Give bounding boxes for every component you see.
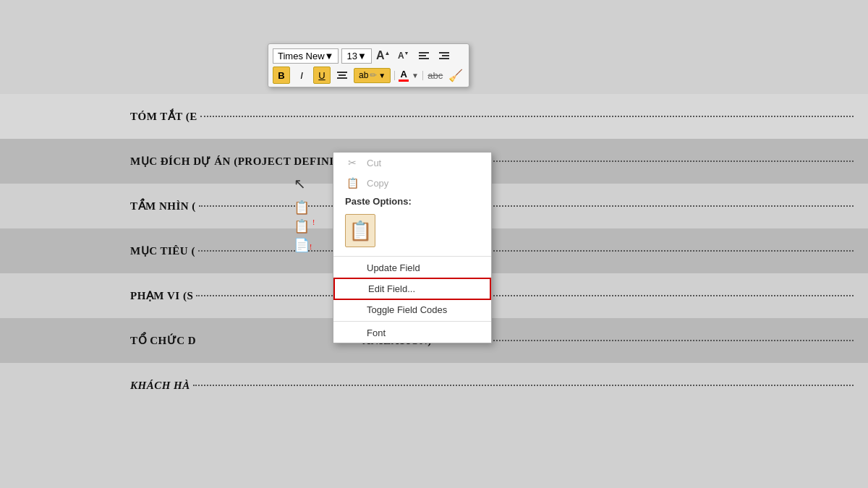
doc-row-2-text: MỤC ĐÍCH DỰ ÁN (PROJECT DEFINITION) [130,155,367,168]
toolbar-row-2: B I U ab ✏ ▼ [273,67,464,84]
toolbar-separator: | [393,69,396,81]
cut-label: Cut [367,158,381,168]
center-align-button[interactable] [333,67,351,84]
doc-row-6-text: TỔ CHỨC D [130,334,196,347]
font-color-label: A [400,69,407,80]
bold-label: B [278,70,284,81]
highlight-label: ab [359,70,368,80]
toolbar-separator-2: | [422,69,424,81]
highlight-pencil-icon: ✏ [370,70,377,81]
toggle-field-codes-label: Toggle Field Codes [367,304,447,315]
strikethrough-label: abc [427,70,443,81]
copy-label: Copy [367,178,388,189]
font-color-arrow: ▼ [412,72,419,80]
doc-row-7-text: KHÁCH HÀ [130,380,190,392]
font-size-dropdown[interactable]: 13 ▼ [341,48,371,64]
underline-button[interactable]: U [313,67,331,84]
font-name-arrow: ▼ [325,51,334,61]
context-menu: ✂ Cut 📋 Copy Paste Options: 📋 Update Fie… [333,152,492,343]
font-shrink-icon: A▼ [398,51,409,61]
copy-icon: 📋 [294,200,312,215]
paste-clipboard-icon: 📋 [349,220,372,242]
paste-icon-button[interactable]: 📋 [345,214,375,247]
align-left-button[interactable] [415,47,433,64]
eraser-icon: 🧹 [448,69,463,82]
doc-row-5-text: PHẠM VI (S [130,289,193,302]
font-grow-button[interactable]: A▲ [375,47,392,64]
ctx-update-field[interactable]: Update Field [333,258,491,278]
update-field-label: Update Field [367,262,420,273]
font-color-button[interactable]: A [399,69,409,82]
align-right-button[interactable] [435,47,453,64]
dot-line-6 [435,340,854,341]
ctx-copy[interactable]: 📋 Copy [333,173,491,193]
highlight-button[interactable]: ab ✏ ▼ [354,68,391,83]
clear-format-button[interactable]: 🧹 [447,67,464,84]
sep-1 [333,256,491,257]
copy-icon-menu: 📋 [345,177,359,189]
font-grow-icon: A▲ [376,49,390,62]
edit-field-label: Edit Field... [368,283,415,294]
cut-icon: ✂ [345,157,359,168]
doc-row-1: TÓM TẮT (E [0,94,868,139]
doc-row-3-text: TẦM NHÌN ( [130,200,196,213]
doc-row-4-text: MỤC TIÊU ( [130,244,195,257]
doc-row-1-text: TÓM TẮT (E [130,110,197,123]
font-name-dropdown[interactable]: Times New ▼ [273,48,339,64]
align-left-icon [418,51,430,61]
font-size-arrow: ▼ [357,51,367,61]
dot-line-1 [200,116,854,117]
ctx-font[interactable]: Font [333,323,491,343]
italic-label: I [300,70,303,81]
mini-toolbar: Times New ▼ 13 ▼ A▲ A▼ [268,43,469,87]
update-field-icon: 📄! [294,237,312,253]
font-color-underline [399,80,409,82]
paste-icon: 📋! [294,218,312,234]
italic-button[interactable]: I [293,67,310,84]
document-area: TÓM TẮT (E MỤC ĐÍCH DỰ ÁN (PROJECT DEFIN… [0,0,868,488]
left-side-icons: ↖ 📋 📋! 📄! [294,175,312,253]
font-shrink-button[interactable]: A▼ [395,47,412,64]
cursor-icon: ↖ [294,175,312,192]
paste-options-header: Paste Options: [333,193,491,210]
bold-button[interactable]: B [273,67,290,84]
font-label: Font [367,328,386,338]
center-align-icon [336,70,348,80]
font-name-text: Times New [278,51,325,61]
paste-options-label: Paste Options: [345,196,412,207]
underline-label: U [318,70,325,81]
highlight-dropdown-arrow: ▼ [378,72,386,80]
paste-icon-area: 📋 [333,210,491,254]
dot-line-5 [196,295,854,296]
dot-line-7 [193,385,854,386]
doc-row-7: KHÁCH HÀ [0,363,868,408]
ctx-toggle-field-codes[interactable]: Toggle Field Codes [333,300,491,320]
sep-2 [333,321,491,322]
toolbar-row-1: Times New ▼ 13 ▼ A▲ A▼ [273,47,464,64]
strikethrough-button[interactable]: abc [427,67,444,84]
ctx-edit-field[interactable]: Edit Field... [333,278,491,300]
align-right-icon [438,51,450,61]
font-size-text: 13 [346,51,357,61]
ctx-cut[interactable]: ✂ Cut [333,153,491,173]
